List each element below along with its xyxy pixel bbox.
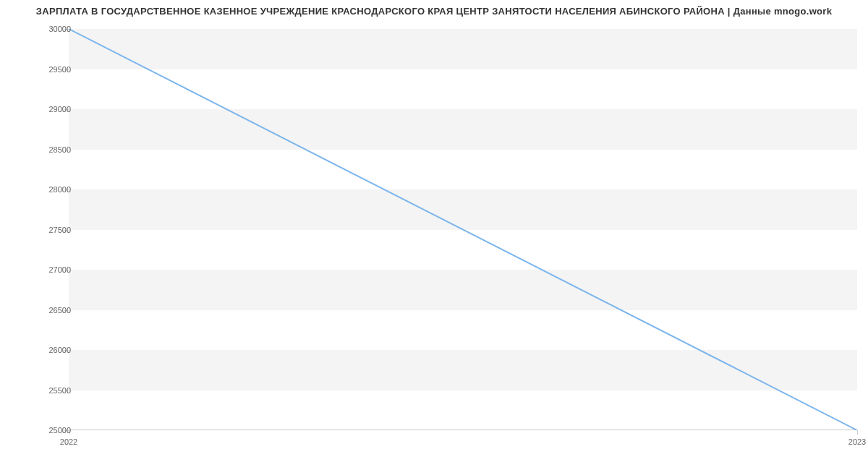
x-axis-label: 2023: [848, 437, 866, 446]
y-axis-label: 28000: [48, 185, 71, 194]
y-axis-label: 25000: [48, 426, 71, 435]
x-axis-label: 2022: [60, 437, 77, 446]
chart-title: ЗАРПЛАТА В ГОСУДАРСТВЕННОЕ КАЗЕННОЕ УЧРЕ…: [0, 6, 868, 17]
y-axis-label: 29000: [48, 105, 71, 114]
y-axis-label: 30000: [48, 25, 71, 33]
plot-area: [69, 29, 857, 430]
grid-band: [69, 29, 857, 69]
y-axis-label: 27000: [48, 265, 71, 274]
chart-container: ЗАРПЛАТА В ГОСУДАРСТВЕННОЕ КАЗЕННОЕ УЧРЕ…: [0, 0, 868, 470]
grid-band: [69, 270, 857, 310]
y-axis-label: 27500: [48, 226, 71, 234]
y-axis-label: 28500: [48, 145, 71, 154]
grid-band: [69, 189, 857, 230]
y-axis-label: 25500: [48, 386, 71, 395]
x-axis: [69, 430, 857, 430]
grid-band: [69, 350, 857, 390]
y-axis-label: 26000: [48, 346, 71, 354]
y-axis-label: 29500: [48, 65, 71, 74]
grid-band: [69, 109, 857, 150]
x-tick: [857, 430, 858, 435]
y-axis-label: 26500: [48, 306, 71, 315]
